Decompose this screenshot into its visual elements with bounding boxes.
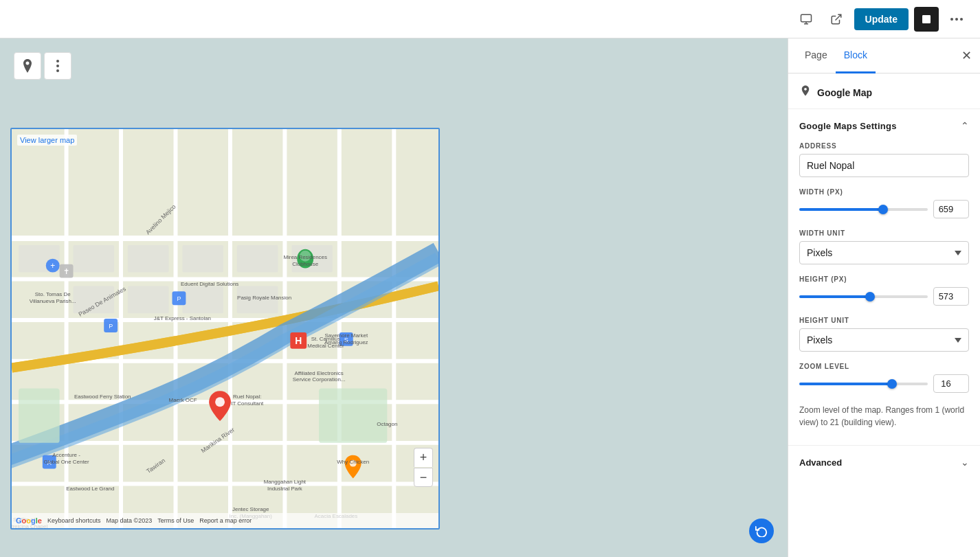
svg-text:Mirea Residences: Mirea Residences	[283, 254, 327, 260]
svg-text:Affiliated Electronics: Affiliated Electronics	[294, 370, 343, 376]
refresh-button[interactable]	[749, 519, 774, 543]
settings-chevron-up[interactable]: ⌃	[961, 120, 969, 131]
zoom-number-input[interactable]	[933, 374, 969, 393]
svg-text:P: P	[109, 323, 113, 330]
width-number-input[interactable]	[933, 200, 969, 218]
update-button[interactable]: Update	[854, 8, 909, 30]
svg-rect-38	[19, 388, 60, 442]
svg-text:Why Chicken: Why Chicken	[337, 459, 369, 465]
tab-page[interactable]: Page	[797, 38, 836, 73]
height-slider-row	[799, 287, 969, 306]
pin-tool-button[interactable]	[14, 52, 41, 80]
map-report[interactable]: Report a map error	[199, 517, 252, 524]
svg-rect-32	[182, 286, 223, 313]
svg-text:Accenture -: Accenture -	[52, 452, 80, 458]
width-slider-row	[799, 200, 969, 218]
advanced-row[interactable]: Advanced ⌄	[799, 446, 969, 479]
map-controls: + −	[414, 448, 433, 487]
map-content: + ✝ P	[12, 129, 438, 528]
svg-rect-31	[128, 286, 169, 313]
google-map-label: Google Map	[817, 87, 872, 98]
height-slider-thumb[interactable]	[865, 292, 875, 302]
monitor-button[interactable]	[794, 7, 818, 32]
top-toolbar: Update	[0, 0, 980, 38]
zoom-hint: Zoom level of the map. Ranges from 1 (wo…	[799, 404, 969, 429]
address-input[interactable]	[799, 154, 969, 177]
sidebar-close-button[interactable]: ✕	[961, 49, 972, 62]
svg-point-10	[56, 69, 59, 72]
width-slider-thumb[interactable]	[878, 205, 888, 214]
svg-text:Sto. Tomas De: Sto. Tomas De	[35, 291, 71, 297]
width-unit-select[interactable]: Pixels Percent	[799, 241, 969, 264]
svg-rect-37	[319, 388, 387, 442]
zoom-label: ZOOM LEVEL	[799, 363, 969, 370]
sidebar-google-map-header: Google Map	[788, 73, 980, 106]
width-unit-label: WIDTH UNIT	[799, 229, 969, 237]
svg-text:Savemore Market: Savemore Market	[324, 332, 368, 339]
more-options-button[interactable]	[944, 7, 969, 32]
width-slider-track[interactable]	[799, 208, 928, 211]
zoom-slider-track[interactable]	[799, 383, 928, 385]
height-slider-track[interactable]	[799, 295, 928, 298]
zoom-slider-fill	[799, 383, 892, 385]
height-number-input[interactable]	[933, 287, 969, 306]
svg-text:Octagon: Octagon	[377, 421, 397, 427]
svg-text:Clubhouse: Clubhouse	[292, 261, 319, 267]
advanced-chevron-down[interactable]: ⌄	[961, 457, 969, 468]
advanced-label: Advanced	[799, 457, 842, 468]
width-label: WIDTH (PX)	[799, 188, 969, 196]
map-terms[interactable]: Terms of Use	[157, 517, 194, 524]
map-keyboard-shortcuts[interactable]: Keyboard shortcuts	[47, 517, 101, 524]
zoom-slider-thumb[interactable]	[887, 379, 897, 389]
svg-text:Eastwood Le Grand: Eastwood Le Grand	[66, 486, 114, 492]
zoom-in-button[interactable]: +	[414, 448, 433, 467]
external-link-button[interactable]	[824, 7, 849, 32]
settings-title: Google Maps Settings	[799, 121, 897, 131]
view-larger-map-link[interactable]: View larger map	[17, 135, 77, 146]
svg-text:Manggahan Light: Manggahan Light	[264, 479, 307, 485]
svg-text:Villanueva Parish...: Villanueva Parish...	[30, 298, 76, 304]
map-toolbar	[14, 52, 71, 80]
height-unit-label: HEIGHT UNIT	[799, 317, 969, 324]
map-data-credit: Map data ©2023	[107, 517, 153, 524]
google-logo: Google	[16, 516, 42, 525]
width-slider-fill	[799, 208, 883, 211]
svg-text:J&T Express - Santolan: J&T Express - Santolan	[154, 315, 211, 321]
canvas: + ✝ P	[0, 38, 788, 557]
svg-rect-35	[237, 245, 278, 273]
settings-title-row: Google Maps Settings ⌃	[799, 120, 969, 131]
height-label: HEIGHT (PX)	[799, 275, 969, 283]
svg-text:Ruel Nopal:: Ruel Nopal:	[233, 394, 261, 400]
svg-text:Eduent Digital Solutions: Eduent Digital Solutions	[181, 281, 238, 287]
svg-text:Industrial Park: Industrial Park	[267, 486, 302, 492]
more-map-options-button[interactable]	[44, 52, 71, 80]
svg-rect-4	[922, 15, 931, 23]
svg-point-6	[955, 18, 958, 21]
svg-text:Jentec Storage: Jentec Storage	[232, 506, 269, 512]
tab-block[interactable]: Block	[836, 38, 876, 73]
address-label: ADDRESS	[799, 142, 969, 150]
zoom-slider-row	[799, 374, 969, 393]
svg-text:H: H	[295, 335, 302, 346]
svg-rect-0	[801, 14, 811, 22]
sidebar-content: Google Maps Settings ⌃ ADDRESS WIDTH (PX…	[788, 112, 980, 557]
height-slider-fill	[799, 295, 870, 298]
svg-point-9	[56, 65, 59, 67]
sidebar: Page Block ✕ Google Map Google Maps Sett…	[788, 38, 980, 557]
svg-rect-28	[74, 245, 115, 273]
svg-point-7	[960, 18, 963, 21]
advanced-section: Advanced ⌄	[788, 445, 980, 479]
zoom-out-button[interactable]: −	[414, 468, 433, 487]
svg-text:P: P	[177, 295, 181, 302]
map-footer: Google Keyboard shortcuts Map data ©2023…	[12, 513, 438, 528]
svg-line-3	[835, 14, 840, 20]
map-frame: + ✝ P	[10, 128, 440, 530]
svg-point-5	[950, 18, 953, 21]
divider-1	[788, 109, 980, 109]
height-unit-select[interactable]: Pixels Percent	[799, 328, 969, 352]
dark-mode-button[interactable]	[914, 7, 939, 32]
svg-point-8	[56, 60, 59, 62]
svg-text:Eastwood Ferry Station: Eastwood Ferry Station	[74, 394, 131, 400]
svg-text:+: +	[50, 261, 55, 271]
svg-text:Global One Center: Global One Center	[43, 459, 89, 465]
